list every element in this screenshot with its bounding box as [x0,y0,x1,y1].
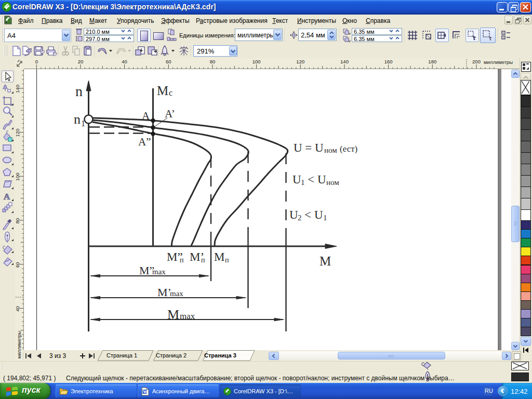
svg-text:п: п [180,256,184,264]
svg-text:120: 120 [296,59,304,64]
svg-text:М: М [214,250,224,263]
svg-text:40: 40 [15,306,20,312]
svg-text:<: < [304,208,311,221]
svg-text:60: 60 [15,262,20,268]
svg-text:x: x [348,31,351,36]
svg-text:(ест): (ест) [340,144,357,154]
svg-text:ном: ном [326,178,339,187]
svg-text:2: 2 [298,214,302,222]
svg-text:1: 1 [81,119,85,128]
svg-text:200: 200 [472,59,481,64]
svg-text:п: п [201,256,205,264]
svg-text:U: U [314,208,323,221]
svg-text:n: n [74,112,81,127]
svg-text:n: n [75,83,83,99]
svg-text:миллиметры: миллиметры [17,331,22,358]
svg-text:M’: M’ [157,286,171,299]
svg-text:M: M [320,254,331,268]
svg-text:A: A [142,110,150,122]
svg-text:U: U [289,208,298,221]
svg-text:100: 100 [252,59,261,64]
svg-text:80: 80 [15,218,20,224]
svg-text:<: < [308,173,314,186]
svg-text:160: 160 [384,59,393,64]
svg-text:M: M [167,307,179,322]
svg-text:W: W [143,390,148,394]
svg-text:140: 140 [340,59,349,64]
svg-text:п: п [225,256,229,264]
svg-text:U: U [292,173,301,186]
svg-text:0: 0 [35,59,38,64]
svg-text:A’: A’ [165,108,175,120]
svg-text:20: 20 [78,59,84,64]
svg-text:max: max [152,268,166,276]
svg-text:1: 1 [323,214,327,222]
svg-text:A: A [4,192,10,202]
svg-text:max: max [170,289,183,298]
svg-text:с: с [169,88,172,97]
svg-text:100: 100 [15,172,20,181]
svg-text:1: 1 [301,178,305,187]
svg-text:U = U: U = U [294,141,324,154]
svg-text:миллиметры: миллиметры [484,59,513,65]
svg-text:ном: ном [324,146,337,154]
svg-text:120: 120 [15,129,20,137]
svg-text:A”: A” [138,136,151,148]
svg-text:180: 180 [428,59,436,64]
svg-text:y: y [348,38,351,43]
svg-text:80: 80 [210,59,216,64]
svg-text:M: M [157,84,168,98]
svg-text:60: 60 [166,59,171,64]
svg-text:U: U [317,173,326,186]
svg-text:40: 40 [122,59,127,64]
svg-text:140: 140 [15,85,20,93]
svg-text:max: max [180,311,195,321]
